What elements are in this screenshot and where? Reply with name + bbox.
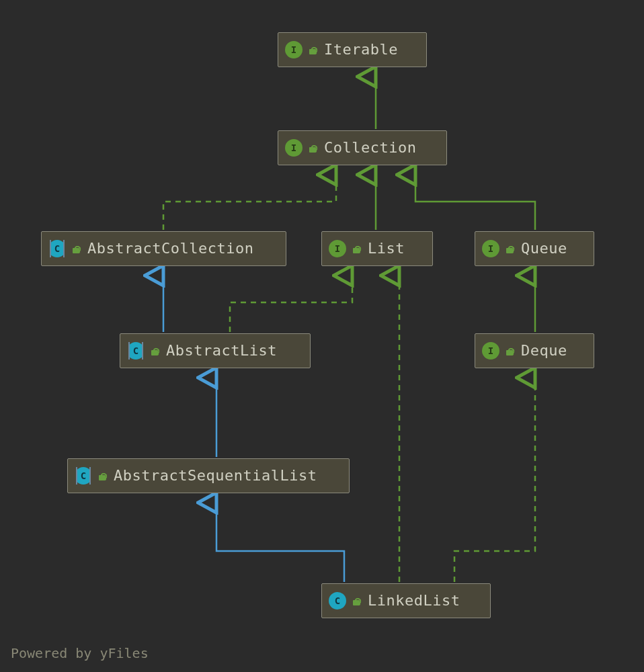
diagram-canvas: I Iterable I Collection C AbstractCollec… [0, 0, 644, 672]
class-icon: C [329, 592, 346, 610]
node-collection[interactable]: I Collection [278, 130, 447, 165]
edge-queue-collection [415, 175, 535, 230]
edge-abscoll-collection [163, 175, 336, 230]
node-queue[interactable]: I Queue [475, 231, 594, 266]
edge-linkedlist-absseqlist [216, 503, 344, 582]
node-label: AbstractCollection [87, 241, 253, 256]
interface-icon: I [482, 342, 499, 360]
unlock-icon [97, 471, 107, 480]
node-label: Collection [324, 140, 416, 155]
node-iterable[interactable]: I Iterable [278, 32, 427, 67]
unlock-icon [352, 596, 361, 605]
unlock-icon [308, 143, 317, 153]
node-label: Iterable [324, 42, 398, 57]
unlock-icon [352, 244, 361, 253]
abstract-class-icon: C [48, 240, 66, 257]
node-label: Queue [521, 241, 567, 256]
node-label: LinkedList [368, 593, 460, 608]
unlock-icon [71, 244, 81, 253]
interface-icon: I [329, 240, 346, 257]
interface-icon: I [285, 41, 303, 58]
interface-icon: I [482, 240, 499, 257]
attribution-text: Powered by yFiles [11, 645, 149, 661]
node-abstractsequentiallist[interactable]: C AbstractSequentialList [67, 458, 350, 493]
node-abstractcollection[interactable]: C AbstractCollection [41, 231, 286, 266]
node-deque[interactable]: I Deque [475, 333, 594, 368]
interface-icon: I [285, 139, 303, 157]
abstract-class-icon: C [127, 342, 145, 360]
abstract-class-icon: C [75, 467, 92, 485]
unlock-icon [150, 346, 159, 355]
node-label: AbstractList [166, 343, 277, 358]
node-label: AbstractSequentialList [114, 468, 317, 483]
node-label: Deque [521, 343, 567, 358]
node-linkedlist[interactable]: C LinkedList [321, 583, 491, 618]
unlock-icon [505, 346, 514, 355]
unlock-icon [308, 45, 317, 54]
node-list[interactable]: I List [321, 231, 433, 266]
edge-linkedlist-deque [454, 378, 535, 582]
edge-abslist-list [230, 276, 352, 332]
unlock-icon [505, 244, 514, 253]
node-label: List [368, 241, 405, 256]
node-abstractlist[interactable]: C AbstractList [120, 333, 311, 368]
